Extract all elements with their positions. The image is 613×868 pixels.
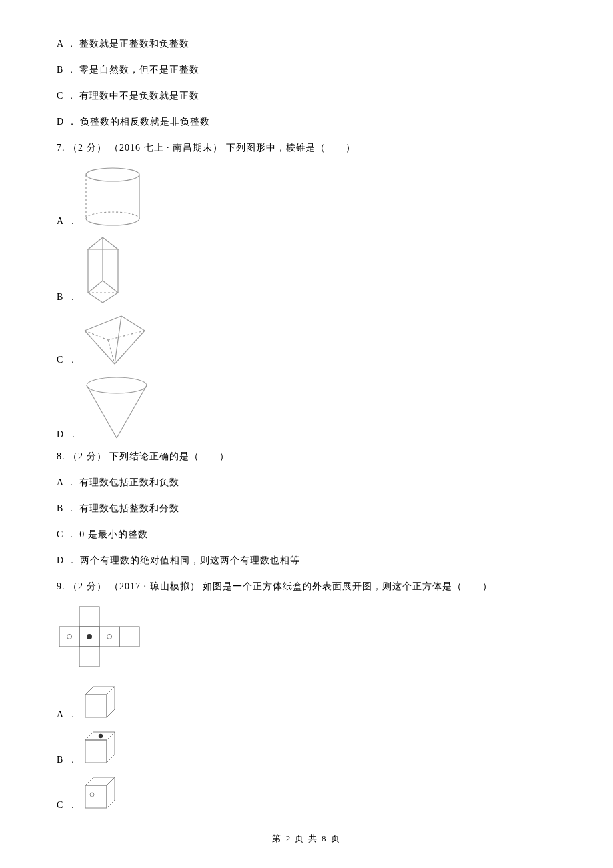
page-body: A ． 整数就是正整数和负整数 B ． 零是自然数，但不是正整数 C ． 有理数…: [0, 0, 613, 859]
q7-option-c-label: C ．: [57, 353, 79, 367]
page-footer: 第 2 页 共 8 页: [57, 832, 556, 845]
svg-rect-22: [59, 627, 79, 647]
svg-marker-30: [85, 695, 107, 717]
q7-option-b-label: B ．: [57, 290, 79, 304]
q6-option-a: A ． 整数就是正整数和负整数: [57, 37, 556, 51]
cone-icon: [82, 375, 152, 441]
q9-option-a: A ．: [57, 684, 556, 721]
svg-rect-24: [99, 627, 119, 647]
q7-option-d-label: D ．: [57, 427, 79, 441]
svg-point-40: [90, 793, 94, 797]
svg-point-28: [87, 634, 92, 639]
svg-line-6: [103, 293, 118, 303]
cube-c-icon: [81, 775, 120, 812]
svg-line-10: [85, 316, 121, 331]
q9-option-c: C ．: [57, 775, 556, 812]
q7-option-c: C ．: [57, 312, 556, 367]
svg-rect-25: [119, 627, 139, 647]
svg-marker-35: [107, 732, 115, 763]
svg-line-15: [115, 331, 145, 364]
cube-a-icon: [81, 684, 120, 721]
square-pyramid-icon: [81, 312, 148, 367]
svg-line-11: [121, 316, 145, 331]
q7-option-d: D ．: [57, 375, 556, 441]
cube-b-icon: [81, 729, 120, 767]
cube-net-icon: [57, 605, 143, 671]
svg-marker-37: [85, 785, 107, 808]
q9-option-c-label: C ．: [57, 798, 79, 812]
q8-option-d: D ． 两个有理数的绝对值相同，则这两个有理数也相等: [57, 553, 556, 567]
q6-option-d: D ． 负整数的相反数就是非负整数: [57, 115, 556, 129]
svg-line-14: [85, 331, 115, 364]
q7-stem: 7. （2 分） （2016 七上 · 南昌期末） 下列图形中，棱锥是（ ）: [57, 141, 556, 155]
svg-line-9: [103, 281, 118, 293]
q7-option-a: A ．: [57, 167, 556, 228]
q8-option-a: A ． 有理数包括正数和负数: [57, 475, 556, 489]
svg-rect-21: [79, 607, 99, 627]
q8-stem: 8. （2 分） 下列结论正确的是（ ）: [57, 449, 556, 463]
q6-option-b: B ． 零是自然数，但不是正整数: [57, 63, 556, 77]
svg-point-27: [67, 635, 72, 639]
q7-option-a-label: A ．: [57, 214, 79, 228]
q9-stem: 9. （2 分） （2017 · 琼山模拟） 如图是一个正方体纸盒的外表面展开图…: [57, 579, 556, 593]
svg-marker-39: [107, 777, 115, 808]
svg-line-16: [115, 316, 121, 364]
svg-line-5: [88, 293, 103, 303]
svg-line-8: [88, 281, 103, 293]
q8-option-c: C ． 0 是最小的整数: [57, 527, 556, 541]
q9-option-b: B ．: [57, 729, 556, 767]
svg-line-13: [108, 331, 145, 340]
q6-option-c: C ． 有理数中不是负数就是正数: [57, 89, 556, 103]
q9-option-b-label: B ．: [57, 753, 79, 767]
q7-option-b: B ．: [57, 236, 556, 304]
svg-point-36: [99, 734, 103, 738]
svg-point-0: [86, 168, 139, 181]
triangular-prism-icon: [81, 236, 125, 304]
svg-marker-33: [85, 740, 107, 763]
q9-option-a-label: A ．: [57, 707, 79, 721]
q8-option-b: B ． 有理数包括整数和分数: [57, 501, 556, 515]
svg-rect-26: [79, 647, 99, 667]
svg-line-12: [85, 331, 108, 340]
svg-point-29: [107, 635, 112, 639]
svg-point-18: [87, 377, 147, 393]
q9-net-figure: [57, 605, 556, 671]
cylinder-icon: [81, 167, 145, 228]
svg-marker-32: [107, 687, 115, 717]
